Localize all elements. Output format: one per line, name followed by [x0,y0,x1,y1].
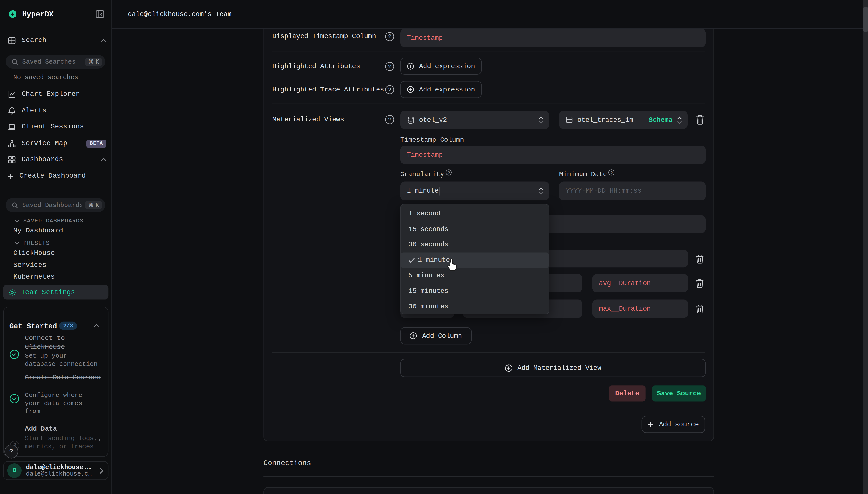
scrollbar-thumb[interactable] [863,6,868,32]
sidebar-item-services[interactable]: Services [13,261,46,269]
help-icon[interactable]: ? [385,32,394,41]
add-source-button[interactable]: Add source [642,416,705,433]
sidebar-item-dashboards[interactable]: Dashboards [8,154,106,165]
no-saved-searches-text: No saved searches [13,74,78,81]
sidebar-item-client-sessions[interactable]: Client Sessions [8,121,106,132]
option-label: 1 second [408,210,440,217]
section-label: SAVED DASHBOARDS [23,217,83,224]
delete-column-button[interactable] [695,254,704,264]
help-icon[interactable]: ? [385,85,394,94]
delete-column-button[interactable] [695,279,704,288]
collapse-sidebar-button[interactable] [95,10,104,19]
add-expression-button[interactable]: Add expression [400,57,482,75]
help-button[interactable]: ? [4,444,18,458]
select-updown-icon [539,116,544,124]
add-materialized-view-button[interactable]: Add Materialized View [400,359,706,377]
sidebar-item-label: Client Sessions [22,123,84,131]
field-value: avg__Duration [599,279,651,287]
user-menu[interactable]: D dale@clickhouse.… dale@clickhouse.c… [3,461,109,480]
select-updown-icon [677,116,682,124]
button-label: Add Column [422,332,462,340]
get-started-title: Get Started [9,322,57,330]
help-icon[interactable]: ? [609,169,615,175]
search-icon [12,202,18,208]
sidebar-item-service-map[interactable]: Service Map BETA [8,138,106,149]
plus-icon [648,421,654,428]
sub-field-label: Minimum Date ? [559,171,615,178]
get-started-item-title[interactable]: Create Data Sources [25,373,101,382]
user-name: dale@clickhouse.… [26,463,95,471]
saved-searches-input[interactable]: Saved Searches ⌘ K [5,55,105,69]
sidebar-item-kubernetes[interactable]: Kubernetes [13,273,55,281]
get-started-item-title[interactable]: Add Data [25,425,101,433]
dropdown-option[interactable]: 5 minutes [401,268,548,283]
column-name-input[interactable]: max__Duration [593,300,688,318]
dropdown-option[interactable]: 15 seconds [401,222,548,237]
help-icon[interactable]: ? [385,115,394,124]
option-label: 30 seconds [408,241,448,249]
get-started-card: Get Started 2/3 Connect to ClickHouse Se… [3,307,109,457]
check-icon [408,258,414,263]
dropdown-option[interactable]: 30 minutes [401,299,548,315]
plus-circle-icon [407,63,414,70]
minimum-date-input[interactable]: YYYY-MM-DD HH:mm:ss [559,182,706,201]
sidebar-item-alerts[interactable]: Alerts [8,105,106,116]
create-dashboard-button[interactable]: Create Dashboard [8,171,106,182]
field-label: Displayed Timestamp Column [272,33,376,40]
chevron-up-icon[interactable] [101,158,106,161]
mv-timestamp-column-input[interactable]: Timestamp [400,146,706,164]
search-icon [12,58,18,65]
delete-column-button[interactable] [695,304,704,314]
help-icon[interactable]: ? [385,62,394,71]
help-icon[interactable]: ? [446,169,452,175]
app-screen: HyperDX Search Saved Searches ⌘ K No sav… [0,0,868,494]
sidebar-item-search[interactable]: Search [8,35,106,46]
displayed-timestamp-input[interactable]: Timestamp [400,29,706,47]
sidebar-item-clickhouse[interactable]: ClickHouse [13,249,55,257]
button-label: Add source [659,420,699,428]
sidebar-item-my-dashboard[interactable]: My Dashboard [13,227,63,235]
delete-button[interactable]: Delete [609,385,645,401]
saved-dashboards-input[interactable]: Saved Dashboards ⌘ K [5,198,105,212]
sidebar-item-chart-explorer[interactable]: Chart Explorer [8,89,106,100]
sidebar-item-team-settings[interactable]: Team Settings [3,285,109,300]
sidebar-item-label: Team Settings [21,288,75,296]
saved-dashboards-section-header[interactable]: SAVED DASHBOARDS [14,217,83,224]
dropdown-option-selected[interactable]: 1 minute [401,252,548,268]
granularity-select[interactable]: 1 minute [400,182,549,201]
dropdown-option[interactable]: 1 second [401,206,548,222]
select-value: otel_v2 [419,116,447,124]
schema-link[interactable]: Schema [649,116,673,124]
get-started-item-title[interactable]: Connect to ClickHouse [25,334,101,352]
mv-table-select[interactable]: otel_traces_1m Schema [559,111,688,129]
delete-materialized-view-button[interactable] [695,115,705,125]
user-email: dale@clickhouse.c… [26,471,95,478]
shortcut-badge: ⌘ K [85,57,102,66]
granularity-label: Granularity [400,171,444,178]
field-label: Highlighted Trace Attributes [272,86,384,94]
saved-dashboards-placeholder: Saved Dashboards [22,202,81,209]
laptop-icon [8,122,16,131]
divider [264,476,714,477]
field-label: Highlighted Attributes [272,63,360,70]
get-started-item-desc: Configure where your data comes from [25,392,101,415]
divider [272,103,705,104]
chevron-up-icon[interactable] [94,324,99,327]
sidebar-item-label: Chart Explorer [22,90,80,98]
field-value: max__Duration [599,305,651,312]
save-source-button[interactable]: Save Source [652,385,706,401]
add-expression-button[interactable]: Add expression [400,81,482,98]
divider [272,51,705,52]
mv-database-select[interactable]: otel_v2 [400,111,549,129]
dropdown-option[interactable]: 30 seconds [401,237,548,252]
scrollbar-track[interactable] [863,0,868,494]
topbar: dale@clickhouse.com's Team [112,0,868,29]
add-column-button[interactable]: Add Column [400,327,471,344]
presets-section-header[interactable]: PRESETS [14,240,50,246]
sidebar: HyperDX Search Saved Searches ⌘ K No sav… [0,0,112,494]
column-name-input[interactable]: avg__Duration [593,274,688,292]
dropdown-option[interactable]: 15 minutes [401,283,548,299]
chevron-right-icon [100,468,103,474]
chevron-up-icon[interactable] [101,39,106,42]
sidebar-item-label: Service Map [22,139,67,147]
